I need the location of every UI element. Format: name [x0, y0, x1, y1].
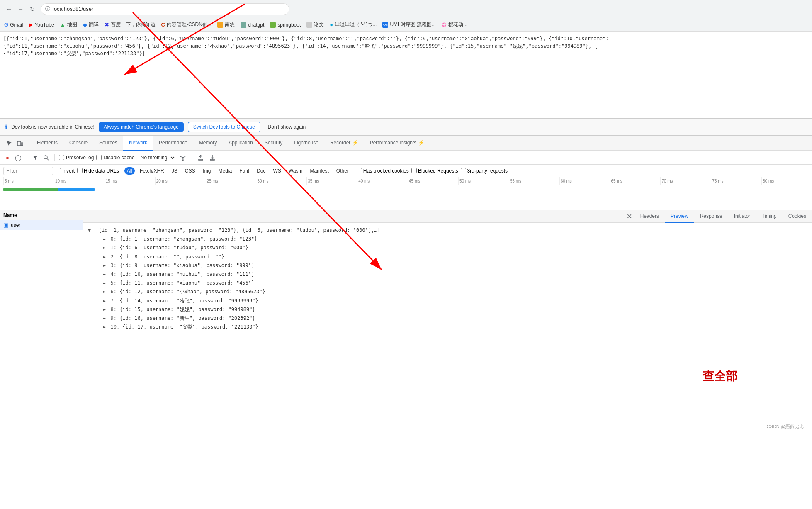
disable-cache-checkbox[interactable]: Disable cache — [96, 155, 134, 161]
download-icon[interactable] — [208, 153, 217, 162]
filter-type-media[interactable]: Media — [216, 167, 234, 175]
address-bar[interactable]: ⓘ localhost:81/user — [41, 3, 289, 15]
bookmark-gmail[interactable]: G Gmail — [4, 22, 23, 28]
bookmark-nannong[interactable]: 南农 — [217, 21, 235, 28]
back-button[interactable]: ← — [4, 4, 14, 14]
tree-item-8[interactable]: ► 8: {id: 15, username: "妮妮", password: … — [95, 305, 809, 314]
filter-type-all[interactable]: All — [124, 167, 135, 175]
has-blocked-cookies-checkbox[interactable]: Has blocked cookies — [357, 168, 409, 174]
upload-icon[interactable] — [196, 153, 205, 162]
tree-root[interactable]: ▼ [{id: 1, username: "zhangsan", passwor… — [86, 226, 809, 235]
tab-network[interactable]: Network — [123, 136, 153, 151]
detail-tab-initiator[interactable]: Initiator — [728, 210, 756, 223]
filter-type-other[interactable]: Other — [334, 167, 351, 175]
detail-tab-preview[interactable]: Preview — [665, 210, 694, 223]
tab-sources[interactable]: Sources — [93, 136, 123, 151]
tree-item-7-content: {id: 14, username: "哈飞", password: "9999… — [119, 298, 258, 304]
tree-item-3-content: {id: 9, username: "xiaohua", password: "… — [119, 263, 254, 268]
tab-performance-insights[interactable]: Performance insights ⚡ — [364, 136, 430, 151]
tree-item-1[interactable]: ► 1: {id: 6, username: "tudou", password… — [95, 244, 809, 252]
third-party-checkbox[interactable]: 3rd-party requests — [461, 168, 508, 174]
bookmark-label: 樱花动... — [448, 21, 467, 28]
detail-tab-headers[interactable]: Headers — [635, 210, 665, 223]
document-icon: ▣ — [3, 222, 8, 228]
bookmark-uml[interactable]: On UML时序图 流程图... — [382, 21, 436, 28]
detail-tab-cookies[interactable]: Cookies — [783, 210, 812, 223]
tab-security[interactable]: Security — [259, 136, 288, 151]
detail-tab-timing[interactable]: Timing — [756, 210, 783, 223]
record-button[interactable]: ● — [3, 153, 12, 162]
tab-memory[interactable]: Memory — [193, 136, 223, 151]
hide-data-urls-input[interactable] — [77, 168, 83, 173]
bookmark-paper[interactable]: 论文 — [306, 21, 324, 28]
filter-icon-button[interactable] — [31, 153, 39, 162]
preserve-log-input[interactable] — [59, 155, 64, 160]
detail-close-button[interactable]: ✕ — [625, 212, 635, 222]
forward-button[interactable]: → — [16, 4, 26, 14]
dont-show-again-button[interactable]: Don't show again — [265, 122, 309, 132]
url-text: localhost:81/user — [53, 6, 93, 12]
filter-type-font[interactable]: Font — [237, 167, 252, 175]
tree-item-4[interactable]: ► 4: {id: 10, username: "huihui", passwo… — [95, 270, 809, 279]
tree-item-3[interactable]: ► 3: {id: 9, username: "xiaohua", passwo… — [95, 261, 809, 270]
filter-type-js[interactable]: JS — [169, 167, 180, 175]
third-party-input[interactable] — [461, 168, 466, 173]
tab-recorder[interactable]: Recorder ⚡ — [324, 136, 364, 151]
filter-type-fetchxhr[interactable]: Fetch/XHR — [137, 167, 167, 175]
bookmark-springboot[interactable]: springboot — [270, 22, 301, 28]
bilibili-icon: ● — [330, 22, 333, 28]
hide-data-urls-checkbox[interactable]: Hide data URLs — [77, 168, 119, 174]
device-icon[interactable] — [15, 138, 25, 148]
blocked-cookies-input[interactable] — [357, 168, 362, 173]
bookmark-csdn[interactable]: C 内容管理-CSDN创... — [161, 21, 212, 28]
tree-item-2[interactable]: ► 2: {id: 8, username: "", password: ""} — [95, 253, 809, 261]
tab-elements[interactable]: Elements — [31, 136, 63, 151]
cursor-icon[interactable] — [4, 138, 14, 148]
devtools-notification-bar: ℹ DevTools is now available in Chinese! … — [0, 119, 812, 135]
bookmark-bilibili[interactable]: ● 哔哩哔哩（ '-' )つ... — [330, 21, 377, 28]
invert-input[interactable] — [56, 168, 61, 173]
bookmark-chatgpt[interactable]: chatgpt — [241, 22, 264, 28]
search-button[interactable] — [42, 153, 50, 162]
filter-type-ws[interactable]: WS — [271, 167, 284, 175]
tree-item-6[interactable]: ► 6: {id: 12, username: "小xhao", passwor… — [95, 287, 809, 296]
tree-item-9[interactable]: ► 9: {id: 16, username: "新生", password: … — [95, 314, 809, 323]
tree-item-7[interactable]: ► 7: {id: 14, username: "哈飞", password: … — [95, 297, 809, 305]
tree-item-5[interactable]: ► 5: {id: 11, username: "xiaohu", passwo… — [95, 279, 809, 287]
tab-console[interactable]: Console — [63, 136, 93, 151]
detail-tab-response[interactable]: Response — [694, 210, 728, 223]
bookmark-sakura[interactable]: ❂ 樱花动... — [442, 21, 467, 28]
filter-input[interactable] — [3, 167, 53, 175]
throttle-select[interactable]: No throttling — [137, 153, 176, 162]
disable-cache-input[interactable] — [96, 155, 102, 160]
tab-application[interactable]: Application — [223, 136, 259, 151]
query-all-annotation: 查全部 — [703, 368, 737, 384]
match-language-button[interactable]: Always match Chrome's language — [99, 122, 184, 132]
bookmark-maps[interactable]: ▲ 地图 — [60, 21, 77, 28]
wifi-icon[interactable] — [178, 153, 187, 162]
bookmark-translate[interactable]: ◆ 翻译 — [83, 21, 99, 28]
tree-item-0[interactable]: ► 0: {id: 1, username: "zhangsan", passw… — [95, 235, 809, 244]
filter-type-manifest[interactable]: Manifest — [307, 167, 331, 175]
paper-icon — [306, 22, 312, 28]
bookmark-youtube[interactable]: ▶ YouTube — [29, 22, 54, 28]
tab-lighthouse[interactable]: Lighthouse — [288, 136, 324, 151]
filter-type-img[interactable]: Img — [200, 167, 213, 175]
blocked-requests-input[interactable] — [411, 168, 417, 173]
reload-button[interactable]: ↻ — [27, 4, 37, 14]
invert-checkbox[interactable]: Invert — [56, 168, 75, 174]
tab-performance[interactable]: Performance — [153, 136, 193, 151]
tree-item-10[interactable]: ► 10: {id: 17, username: "义梨", password:… — [95, 323, 809, 331]
filter-type-css[interactable]: CSS — [182, 167, 198, 175]
filter-type-wasm[interactable]: Wasm — [286, 167, 305, 175]
bookmark-baidu[interactable]: ✖ 百度一下，你就知道 — [105, 21, 156, 28]
switch-to-chinese-button[interactable]: Switch DevTools to Chinese — [188, 122, 260, 132]
stop-button[interactable]: ◯ — [14, 153, 22, 162]
blocked-requests-checkbox[interactable]: Blocked Requests — [411, 168, 458, 174]
browser-top-bar: ← → ↻ ⓘ localhost:81/user — [0, 0, 812, 18]
translate-icon: ◆ — [83, 22, 87, 28]
network-row-user[interactable]: ▣ user — [0, 220, 83, 230]
tree-item-0-content: {id: 1, username: "zhangsan", password: … — [119, 236, 257, 242]
filter-type-doc[interactable]: Doc — [254, 167, 268, 175]
preserve-log-checkbox[interactable]: Preserve log — [59, 155, 94, 161]
